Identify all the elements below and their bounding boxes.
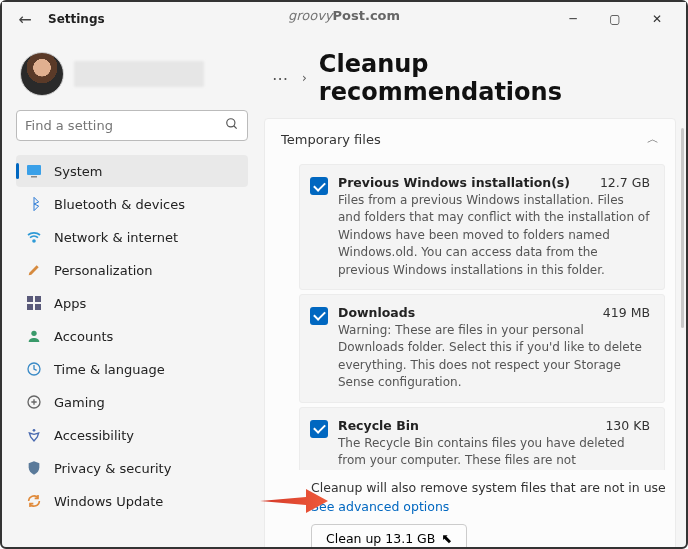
paintbrush-icon: [26, 262, 42, 278]
checkbox[interactable]: [310, 177, 328, 195]
sidebar-item-update[interactable]: Windows Update: [16, 485, 248, 517]
settings-window: ← Settings groovyPost.com ─ ▢ ✕: [0, 0, 688, 549]
svg-point-4: [33, 240, 35, 242]
minimize-button[interactable]: ─: [552, 4, 594, 34]
search-box[interactable]: [16, 110, 248, 141]
titlebar: ← Settings groovyPost.com ─ ▢ ✕: [2, 2, 686, 36]
temporary-files-section: Temporary files ︿ Previous Windows insta…: [264, 118, 676, 547]
item-size: 419 MB: [603, 305, 650, 320]
nav-label: Network & internet: [54, 230, 178, 245]
svg-rect-7: [27, 304, 33, 310]
maximize-button[interactable]: ▢: [594, 4, 636, 34]
sidebar-item-personalization[interactable]: Personalization: [16, 254, 248, 286]
sidebar-item-accounts[interactable]: Accounts: [16, 320, 248, 352]
item-title: Recycle Bin: [338, 418, 419, 433]
search-input[interactable]: [25, 118, 225, 133]
scrollbar[interactable]: [681, 128, 684, 328]
page-title: Cleanup recommendations: [319, 50, 668, 106]
nav: System Bluetooth & devices Network & int…: [16, 155, 248, 517]
avatar: [20, 52, 64, 96]
nav-label: Accounts: [54, 329, 113, 344]
cleanup-button-label: Clean up 13.1 GB: [326, 531, 435, 546]
nav-label: Gaming: [54, 395, 105, 410]
accessibility-icon: [26, 427, 42, 443]
gaming-icon: [26, 394, 42, 410]
wifi-icon: [26, 229, 42, 245]
svg-rect-6: [35, 296, 41, 302]
main-content: ⋯ › Cleanup recommendations Temporary fi…: [258, 36, 686, 547]
sidebar-item-network[interactable]: Network & internet: [16, 221, 248, 253]
nav-label: Apps: [54, 296, 86, 311]
cleanup-item-previous-windows[interactable]: Previous Windows installation(s) 12.7 GB…: [299, 164, 665, 290]
close-button[interactable]: ✕: [636, 4, 678, 34]
cleanup-item-downloads[interactable]: Downloads 419 MB Warning: These are file…: [299, 294, 665, 403]
advanced-options-link[interactable]: See advanced options: [265, 497, 675, 524]
sidebar: System Bluetooth & devices Network & int…: [2, 36, 258, 547]
breadcrumb-more-icon[interactable]: ⋯: [272, 69, 290, 88]
checkbox[interactable]: [310, 420, 328, 438]
profile-name-redacted: [74, 61, 204, 87]
sidebar-item-gaming[interactable]: Gaming: [16, 386, 248, 418]
shield-icon: [26, 460, 42, 476]
sidebar-item-system[interactable]: System: [16, 155, 248, 187]
svg-line-1: [234, 126, 237, 129]
watermark: groovyPost.com: [288, 8, 400, 24]
nav-label: Bluetooth & devices: [54, 197, 185, 212]
cleanup-note: Cleanup will also remove system files th…: [265, 470, 675, 497]
chevron-right-icon: ›: [302, 71, 307, 85]
nav-label: System: [54, 164, 102, 179]
sidebar-item-time[interactable]: Time & language: [16, 353, 248, 385]
svg-rect-3: [31, 176, 37, 178]
display-icon: [26, 163, 42, 179]
section-header[interactable]: Temporary files ︿: [265, 119, 675, 160]
back-button[interactable]: ←: [10, 4, 40, 34]
person-icon: [26, 328, 42, 344]
checkbox[interactable]: [310, 307, 328, 325]
window-title: Settings: [48, 12, 105, 26]
svg-rect-8: [35, 304, 41, 310]
section-title: Temporary files: [281, 132, 381, 147]
cleanup-button[interactable]: Clean up 13.1 GB ⬉: [311, 524, 467, 547]
svg-point-0: [227, 119, 235, 127]
item-size: 130 KB: [605, 418, 650, 433]
item-size: 12.7 GB: [600, 175, 650, 190]
sidebar-item-apps[interactable]: Apps: [16, 287, 248, 319]
chevron-up-icon: ︿: [647, 131, 659, 148]
sidebar-item-privacy[interactable]: Privacy & security: [16, 452, 248, 484]
svg-rect-5: [27, 296, 33, 302]
breadcrumb: ⋯ › Cleanup recommendations: [264, 46, 676, 118]
item-description: Files from a previous Windows installati…: [338, 192, 650, 279]
search-icon: [225, 117, 239, 134]
item-description: Warning: These are files in your persona…: [338, 322, 650, 392]
cleanup-item-recycle-bin[interactable]: Recycle Bin 130 KB The Recycle Bin conta…: [299, 407, 665, 470]
apps-icon: [26, 295, 42, 311]
clock-globe-icon: [26, 361, 42, 377]
update-icon: [26, 493, 42, 509]
nav-label: Time & language: [54, 362, 165, 377]
item-description: The Recycle Bin contains files you have …: [338, 435, 650, 470]
svg-point-12: [33, 429, 36, 432]
profile[interactable]: [16, 44, 248, 110]
svg-point-9: [31, 331, 36, 336]
nav-label: Windows Update: [54, 494, 163, 509]
cursor-icon: ⬉: [441, 531, 452, 546]
nav-label: Personalization: [54, 263, 153, 278]
item-title: Downloads: [338, 305, 415, 320]
item-title: Previous Windows installation(s): [338, 175, 570, 190]
nav-label: Accessibility: [54, 428, 134, 443]
svg-rect-2: [27, 165, 41, 175]
nav-label: Privacy & security: [54, 461, 171, 476]
sidebar-item-bluetooth[interactable]: Bluetooth & devices: [16, 188, 248, 220]
bluetooth-icon: [26, 196, 42, 212]
sidebar-item-accessibility[interactable]: Accessibility: [16, 419, 248, 451]
